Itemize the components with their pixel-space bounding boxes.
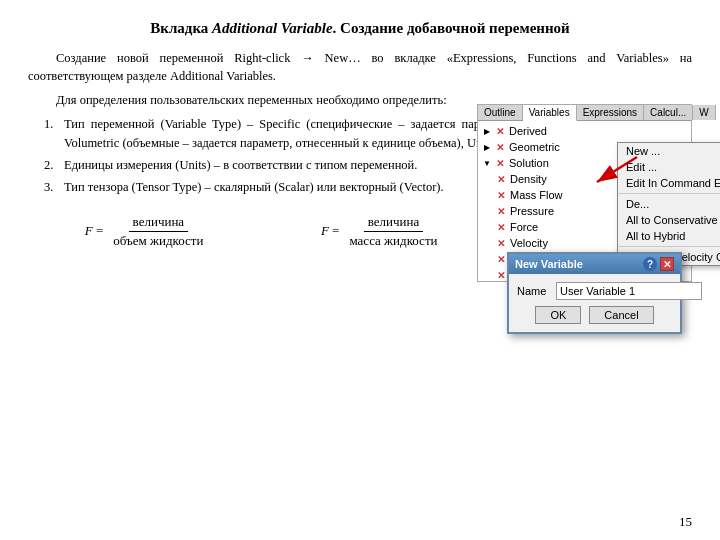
x-icon: ✕ <box>493 124 507 138</box>
menu-separator-2 <box>618 246 720 247</box>
new-variable-dialog: New Variable ? ✕ Name OK Cancel <box>507 252 682 334</box>
x-icon: ✕ <box>494 252 508 266</box>
tab-expressions[interactable]: Expressions <box>577 105 644 120</box>
tree-label-force: Force <box>510 221 538 233</box>
expand-icon: ▼ <box>482 158 492 168</box>
tree-label-derived: Derived <box>509 125 547 137</box>
tree-label-geometric: Geometric <box>509 141 560 153</box>
dialog-ok-button[interactable]: OK <box>535 306 581 324</box>
help-button[interactable]: ? <box>643 257 657 271</box>
tab-calcul[interactable]: Calcul... <box>644 105 693 120</box>
x-icon: ✕ <box>493 156 507 170</box>
tree-label-pressure: Pressure <box>510 205 554 217</box>
x-icon: ✕ <box>494 220 508 234</box>
page-title: Вкладка Additional Variable. Создание до… <box>28 18 692 39</box>
dialog-buttons: OK Cancel <box>517 306 672 324</box>
tree-label-solution: Solution <box>509 157 549 169</box>
x-icon: ✕ <box>494 268 508 281</box>
formula2-lhs: F = <box>321 223 340 239</box>
dialog-title: New Variable <box>515 258 583 270</box>
formula1-lhs: F = <box>85 223 104 239</box>
formula1-num: величина <box>129 214 189 232</box>
title-text-bold: Вкладка Additional Variable. Создание до… <box>150 20 569 36</box>
tab-variables[interactable]: Variables <box>523 105 577 121</box>
formula1-frac: величина объем жидкости <box>109 214 207 249</box>
dialog-titlebar: New Variable ? ✕ <box>509 254 680 274</box>
ui-overlay: Outline Variables Expressions Calcul... … <box>477 104 692 282</box>
title-italic: Additional Variable <box>212 20 332 36</box>
list-num-2: 2. <box>44 156 60 174</box>
panel-tabs: Outline Variables Expressions Calcul... … <box>478 105 691 121</box>
dialog-name-input[interactable] <box>556 282 702 300</box>
x-icon: ✕ <box>494 172 508 186</box>
x-icon: ✕ <box>494 188 508 202</box>
x-icon: ✕ <box>493 140 507 154</box>
dialog-cancel-button[interactable]: Cancel <box>589 306 653 324</box>
menu-item-all-conservative[interactable]: All to Conservative <box>618 212 720 228</box>
x-icon: ✕ <box>494 236 508 250</box>
formula2-den: масса жидкости <box>345 232 441 249</box>
dialog-name-row: Name <box>517 282 672 300</box>
page-number: 15 <box>679 514 692 530</box>
red-arrow-icon <box>582 152 642 192</box>
formula1-den: объем жидкости <box>109 232 207 249</box>
tree-label-velocity: Velocity <box>510 237 548 249</box>
formula-1: F = величина объем жидкости <box>85 214 208 249</box>
expand-icon: ▶ <box>482 126 492 136</box>
list-num-3: 3. <box>44 178 60 196</box>
page: Вкладка Additional Variable. Создание до… <box>0 0 720 540</box>
list-text-3: Тип тензора (Tensor Type) – скалярный (S… <box>64 178 444 196</box>
list-text-2: Единицы измерения (Units) – в соответств… <box>64 156 417 174</box>
dialog-close-button[interactable]: ✕ <box>660 257 674 271</box>
dialog-name-label: Name <box>517 285 552 297</box>
menu-item-all-hybrid[interactable]: All to Hybrid <box>618 228 720 244</box>
tab-outline[interactable]: Outline <box>478 105 523 120</box>
expand-icon: ▶ <box>482 142 492 152</box>
menu-separator <box>618 193 720 194</box>
formula-2: F = величина масса жидкости <box>321 214 442 249</box>
tree-item-derived[interactable]: ▶ ✕ Derived <box>480 123 689 139</box>
menu-item-de[interactable]: De... <box>618 196 720 212</box>
list-num-1: 1. <box>44 115 60 151</box>
formula2-num: величина <box>364 214 424 232</box>
paragraph1: Создание новой переменной Right-click → … <box>28 49 692 85</box>
tree-label-massflow: Mass Flow <box>510 189 563 201</box>
tab-w[interactable]: W <box>693 105 715 120</box>
x-icon: ✕ <box>494 204 508 218</box>
dialog-body: Name OK Cancel <box>509 274 680 332</box>
svg-line-1 <box>597 157 637 182</box>
formula2-frac: величина масса жидкости <box>345 214 441 249</box>
tree-label-density: Density <box>510 173 547 185</box>
